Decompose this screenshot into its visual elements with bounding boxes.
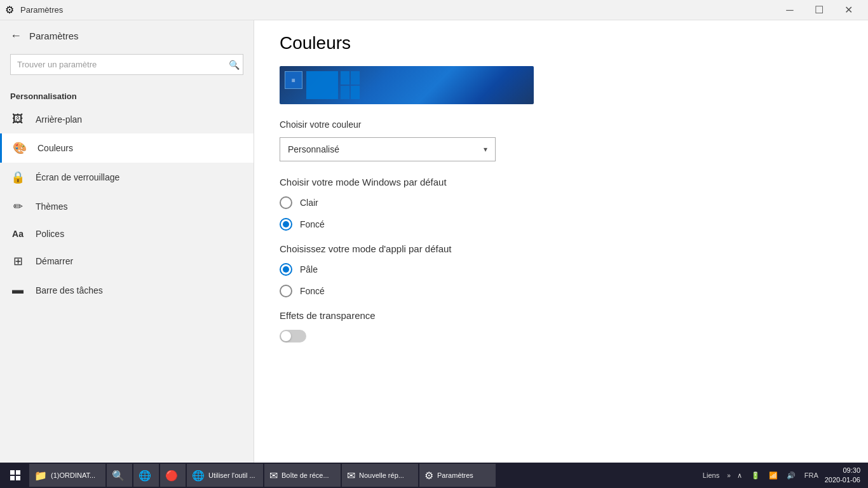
transparency-toggle[interactable] xyxy=(280,330,306,342)
sidebar-item-label: Arrière-plan xyxy=(36,114,82,125)
sidebar-header: ← Paramètres xyxy=(0,20,254,51)
sidebar-item-label: Barre des tâches xyxy=(36,285,103,295)
tray-battery-icon: 🔋 xyxy=(749,470,763,481)
sidebar-item-demarrer[interactable]: ⊞ Démarrer xyxy=(0,247,254,276)
app-icon: ⚙ xyxy=(5,4,14,16)
taskbar-app-2[interactable]: 🔍 xyxy=(107,464,132,487)
taskbar-app-explorer[interactable]: 📁 (1)ORDINAT... xyxy=(29,464,105,487)
transparency-section: Effets de transparence xyxy=(280,310,843,342)
settings-icon: ⚙ xyxy=(424,470,433,482)
taskbar-app-3[interactable]: 🌐 xyxy=(133,464,159,487)
svg-rect-0 xyxy=(10,470,15,475)
sidebar-item-polices[interactable]: Aa Polices xyxy=(0,221,254,247)
app-mode-label: Choisissez votre mode d'appli par défaut xyxy=(280,243,843,254)
sidebar-item-themes[interactable]: ✏ Thèmes xyxy=(0,192,254,221)
tray-clock[interactable]: 09:30 2020-01-06 xyxy=(825,466,860,485)
taskbar-app-mail1[interactable]: ✉ Boîte de réce... xyxy=(264,464,341,487)
app-mode-group: Choisissez votre mode d'appli par défaut… xyxy=(280,243,843,297)
windows-mode-group: Choisir votre mode Windows par défaut Cl… xyxy=(280,177,843,231)
tray-lang[interactable]: FRA xyxy=(802,470,821,480)
tray-time: 09:30 xyxy=(825,466,860,475)
sidebar-item-ecran-verrouillage[interactable]: 🔒 Écran de verrouillage xyxy=(0,163,254,192)
radio-pale-label: Pâle xyxy=(300,264,318,274)
edge-icon: 🌐 xyxy=(192,470,205,482)
sidebar-item-label: Écran de verrouillage xyxy=(36,172,119,182)
taskbar-app-4[interactable]: 🔴 xyxy=(160,464,186,487)
preview-taskbar: ≡ xyxy=(285,71,302,89)
search-input[interactable] xyxy=(10,54,243,75)
svg-rect-1 xyxy=(16,470,20,475)
windows-mode-label: Choisir votre mode Windows par défaut xyxy=(280,177,843,187)
back-button[interactable]: ← xyxy=(10,29,22,43)
app4-icon: 🔴 xyxy=(165,470,178,482)
tray-date: 2020-01-06 xyxy=(825,475,860,485)
transparency-label: Effets de transparence xyxy=(280,310,843,321)
maximize-button[interactable]: ☐ xyxy=(804,0,834,20)
settings-label: Paramètres xyxy=(437,471,473,479)
color-section: Choisir votre couleur Personnalisé ▾ xyxy=(280,119,843,161)
colors-icon: 🎨 xyxy=(12,141,27,155)
tray-chevron-icon[interactable]: » xyxy=(727,472,731,479)
background-icon: 🖼 xyxy=(10,112,25,126)
close-button[interactable]: ✕ xyxy=(834,0,863,20)
color-dropdown[interactable]: Personnalisé ▾ xyxy=(280,137,496,161)
radio-fonce[interactable]: Foncé xyxy=(280,218,843,231)
mail1-label: Boîte de réce... xyxy=(281,471,329,479)
tray-volume-icon: 🔊 xyxy=(784,470,798,481)
radio-clair-label: Clair xyxy=(300,198,318,208)
dropdown-arrow-icon: ▾ xyxy=(484,145,487,154)
search-icon[interactable]: 🔍 xyxy=(229,60,240,70)
preview-tiles xyxy=(306,71,360,99)
taskbar-app-mail2[interactable]: ✉ Nouvelle rép... xyxy=(342,464,418,487)
preview-banner: ≡ xyxy=(280,66,534,104)
taskbar: 📁 (1)ORDINAT... 🔍 🌐 🔴 🌐 Utiliser l'outil… xyxy=(0,463,868,488)
radio-fonce-label: Foncé xyxy=(300,219,325,229)
themes-icon: ✏ xyxy=(10,200,25,214)
lock-screen-icon: 🔒 xyxy=(10,170,25,184)
mail2-icon: ✉ xyxy=(347,470,355,482)
minimize-button[interactable]: ─ xyxy=(775,0,804,20)
sidebar-item-label: Polices xyxy=(36,229,64,239)
main-content: Couleurs ≡ Choisir votre couleur Personn… xyxy=(254,20,868,463)
titlebar-title: Paramètres xyxy=(20,5,63,15)
svg-rect-3 xyxy=(16,476,20,480)
page-title: Couleurs xyxy=(280,33,843,53)
radio-fonce-app-label: Foncé xyxy=(300,286,325,296)
radio-pale[interactable]: Pâle xyxy=(280,263,843,276)
radio-clair-circle xyxy=(280,196,292,209)
taskbar-app-settings[interactable]: ⚙ Paramètres xyxy=(419,464,496,487)
mail2-label: Nouvelle rép... xyxy=(359,471,404,479)
app-body: ← Paramètres 🔍 Personnalisation 🖼 Arrièr… xyxy=(0,20,868,463)
fonts-icon: Aa xyxy=(10,229,25,239)
start-windows-icon xyxy=(10,470,20,480)
sidebar-item-label: Démarrer xyxy=(36,256,73,266)
mail1-icon: ✉ xyxy=(269,470,278,482)
sidebar-item-label: Thèmes xyxy=(36,201,68,212)
sidebar: ← Paramètres 🔍 Personnalisation 🖼 Arrièr… xyxy=(0,20,254,463)
sidebar-item-barre-taches[interactable]: ▬ Barre des tâches xyxy=(0,276,254,304)
radio-pale-circle xyxy=(280,263,292,276)
app2-icon: 🔍 xyxy=(112,470,125,482)
sidebar-item-arriere-plan[interactable]: 🖼 Arrière-plan xyxy=(0,105,254,133)
sidebar-item-couleurs[interactable]: 🎨 Couleurs xyxy=(0,133,254,163)
svg-rect-2 xyxy=(10,476,15,480)
start-button[interactable] xyxy=(3,463,28,488)
titlebar: ⚙ Paramètres ─ ☐ ✕ xyxy=(0,0,868,20)
radio-fonce-app[interactable]: Foncé xyxy=(280,285,843,297)
radio-clair[interactable]: Clair xyxy=(280,196,843,209)
section-label: Personnalisation xyxy=(0,85,254,105)
start-icon: ⊞ xyxy=(10,254,25,268)
explorer-label: (1)ORDINAT... xyxy=(51,471,95,479)
tray-hide-icon[interactable]: ∧ xyxy=(735,470,745,481)
radio-fonce-app-circle xyxy=(280,285,292,297)
dropdown-value: Personnalisé xyxy=(288,144,339,154)
tray-links: Liens xyxy=(699,471,723,479)
titlebar-controls: ─ ☐ ✕ xyxy=(775,0,863,20)
edge-label: Utiliser l'outil ... xyxy=(208,471,255,479)
color-section-label: Choisir votre couleur xyxy=(280,119,843,130)
search-box: 🔍 xyxy=(10,54,243,75)
radio-fonce-circle xyxy=(280,218,292,231)
tray-wifi-icon: 📶 xyxy=(766,470,780,481)
app3-icon: 🌐 xyxy=(139,470,151,482)
taskbar-app-edge[interactable]: 🌐 Utiliser l'outil ... xyxy=(187,464,263,487)
